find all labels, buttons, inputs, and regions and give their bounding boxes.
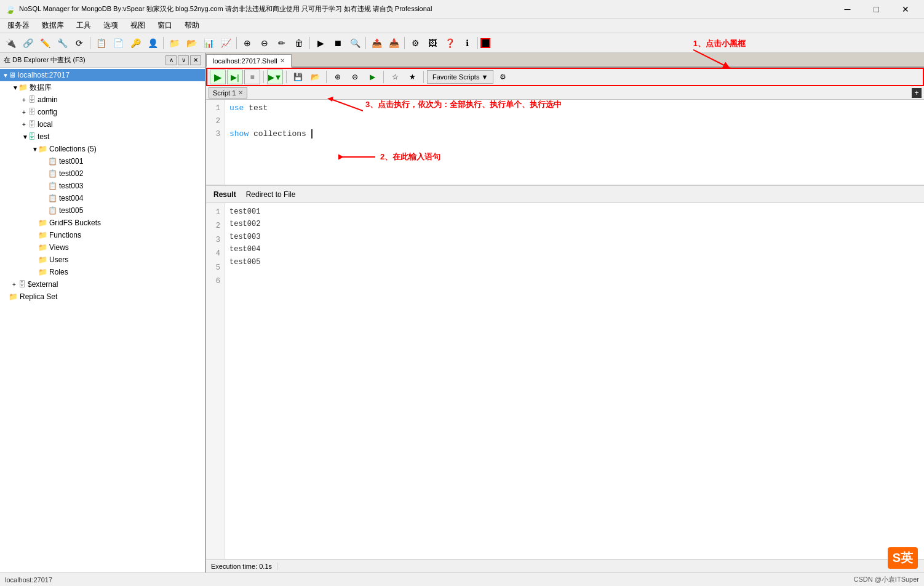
roles-label: Roles	[49, 268, 68, 276]
stop-btn[interactable]: ■	[244, 70, 260, 84]
toolbar-btn-13[interactable]: 📈	[218, 35, 234, 51]
toolbar-btn-9[interactable]: 👤	[145, 35, 161, 51]
tree-test003[interactable]: 📋 test003	[0, 180, 205, 192]
line-numbers: 1 2 3	[206, 100, 225, 185]
toolbar-btn-22[interactable]: 📥	[386, 35, 402, 51]
tree-roles[interactable]: 📁 Roles	[0, 266, 205, 278]
close-button[interactable]: ✕	[891, 2, 919, 17]
menu-help[interactable]: 帮助	[180, 19, 204, 32]
toolbar-btn-14[interactable]: ⊕	[239, 35, 255, 51]
toolbar-btn-7[interactable]: 📄	[110, 35, 126, 51]
add-script-btn[interactable]: +	[912, 88, 922, 98]
add-btn[interactable]: ⊕	[330, 70, 346, 84]
load-btn[interactable]: 📂	[307, 70, 323, 84]
tab-close-icon[interactable]: ✕	[280, 57, 285, 64]
code-content[interactable]: use test show collections	[225, 100, 924, 185]
db-explorer-header: 在 DB Explorer 中查找 (F3) ∧ ∨ ✕	[0, 53, 205, 68]
toolbar-btn-21[interactable]: 📤	[368, 35, 384, 51]
config-label: config	[38, 108, 57, 116]
script-tab-label: Script 1	[213, 89, 236, 97]
tree-admin[interactable]: + 🗄 admin	[0, 94, 205, 106]
star1-btn[interactable]: ☆	[387, 70, 403, 84]
toolbar-btn-2[interactable]: 🔗	[20, 35, 36, 51]
minimize-button[interactable]: ─	[834, 2, 861, 17]
keyword-use: use	[229, 103, 244, 113]
tree-test005[interactable]: 📋 test005	[0, 204, 205, 217]
tree-local[interactable]: + 🗄 local	[0, 118, 205, 130]
toolbar-btn-3[interactable]: ✏️	[37, 35, 53, 51]
menu-database[interactable]: 数据库	[37, 19, 69, 32]
menu-options[interactable]: 选项	[98, 19, 123, 32]
expand-icon: +	[22, 97, 28, 103]
toolbar-btn-4[interactable]: 🔧	[54, 35, 70, 51]
toolbar-btn-10[interactable]: 📁	[166, 35, 182, 51]
tree-gridfs[interactable]: 📁 GridFS Buckets	[0, 217, 205, 229]
result-tab-result[interactable]: Result	[211, 189, 239, 200]
tree-views[interactable]: 📁 Views	[0, 241, 205, 254]
run2-btn[interactable]: ▶	[364, 70, 380, 84]
menu-window[interactable]: 窗口	[153, 19, 177, 32]
toolbar-btn-24[interactable]: 🖼	[424, 35, 440, 51]
favorite-scripts-btn[interactable]: Favorite Scripts ▼	[427, 70, 493, 84]
run-all-btn[interactable]: ▶	[210, 70, 226, 84]
right-panel: localhost:27017.Shell ✕ ▶ ▶| ■ ▶▼ 💾 📂 ⊕ …	[206, 53, 924, 572]
toolbar-btn-6[interactable]: 📋	[93, 35, 109, 51]
toolbar-separator-6	[404, 37, 405, 49]
menu-tools[interactable]: 工具	[71, 19, 96, 32]
toolbar-btn-26[interactable]: ℹ	[459, 35, 475, 51]
tree-test002[interactable]: 📋 test002	[0, 167, 205, 180]
tree-area: ▼ 🖥 localhost:27017 ▼ 📁 数据库 + 🗄 admin + …	[0, 68, 205, 572]
result-tab-redirect[interactable]: Redirect to File	[244, 189, 298, 200]
del-btn[interactable]: ⊖	[347, 70, 363, 84]
line-num-2: 2	[206, 115, 224, 128]
toolbar-btn-18[interactable]: ▶	[313, 35, 329, 51]
toolbar-btn-25[interactable]: ❓	[442, 35, 458, 51]
code-editor[interactable]: 1 2 3 use test show collections	[206, 100, 924, 186]
toolbar-btn-12[interactable]: 📊	[201, 35, 217, 51]
tree-test[interactable]: ▼ 🗄 test	[0, 130, 205, 143]
left-panel: 在 DB Explorer 中查找 (F3) ∧ ∨ ✕ ▼ 🖥 localho…	[0, 53, 206, 572]
panel-down-btn[interactable]: ∨	[178, 55, 189, 65]
run-selected-btn[interactable]: ▶▼	[267, 70, 283, 84]
maximize-button[interactable]: □	[862, 2, 890, 17]
panel-close-btn[interactable]: ✕	[190, 55, 201, 65]
toolbar-btn-8[interactable]: 🔑	[127, 35, 143, 51]
star2-btn[interactable]: ★	[404, 70, 420, 84]
toolbar-btn-20[interactable]: 🔍	[347, 35, 363, 51]
tree-test004[interactable]: 📋 test004	[0, 192, 205, 204]
menu-server[interactable]: 服务器	[2, 19, 34, 32]
toolbar-btn-16[interactable]: ✏	[274, 35, 290, 51]
result-line-num-3: 3	[206, 233, 224, 247]
tree-external[interactable]: + 🗄 $external	[0, 278, 205, 291]
panel-up-btn[interactable]: ∧	[165, 55, 177, 65]
tab-shell[interactable]: localhost:27017.Shell ✕	[206, 54, 292, 68]
toolbar-btn-1[interactable]: 🔌	[2, 35, 18, 51]
tree-collections-folder[interactable]: ▼ 📁 Collections (5)	[0, 143, 205, 155]
tree-databases-folder[interactable]: ▼ 📁 数据库	[0, 81, 205, 94]
tree-functions[interactable]: 📁 Functions	[0, 229, 205, 241]
tree-replica[interactable]: 📁 Replica Set	[0, 291, 205, 303]
toolbar-btn-17[interactable]: 🗑	[291, 35, 307, 51]
tree-server[interactable]: ▼ 🖥 localhost:27017	[0, 69, 205, 81]
menu-view[interactable]: 视图	[125, 19, 150, 32]
toolbar-btn-15[interactable]: ⊖	[257, 35, 273, 51]
script-tab-1[interactable]: Script 1 ✕	[209, 87, 247, 98]
tree-test001[interactable]: 📋 test001	[0, 155, 205, 167]
external-icon: 🗄	[18, 280, 26, 289]
menu-bar: 服务器 数据库 工具 选项 视图 窗口 帮助	[0, 18, 924, 33]
gear-btn[interactable]: ⚙	[495, 70, 511, 84]
save-btn[interactable]: 💾	[290, 70, 306, 84]
toolbar-btn-5[interactable]: ⟳	[71, 35, 87, 51]
run-single-btn[interactable]: ▶|	[227, 70, 243, 84]
expand-icon	[32, 232, 38, 239]
black-box-button[interactable]	[480, 38, 490, 48]
code-line-2	[229, 115, 919, 128]
result-tabs: Result Redirect to File	[206, 186, 924, 203]
script-tab-close-icon[interactable]: ✕	[238, 89, 243, 96]
tree-config[interactable]: + 🗄 config	[0, 106, 205, 118]
toolbar-btn-11[interactable]: 📂	[183, 35, 199, 51]
tree-users[interactable]: 📁 Users	[0, 254, 205, 266]
collections-folder-label: Collections (5)	[49, 145, 97, 153]
toolbar-btn-19[interactable]: ⏹	[330, 35, 346, 51]
toolbar-btn-23[interactable]: ⚙	[407, 35, 423, 51]
